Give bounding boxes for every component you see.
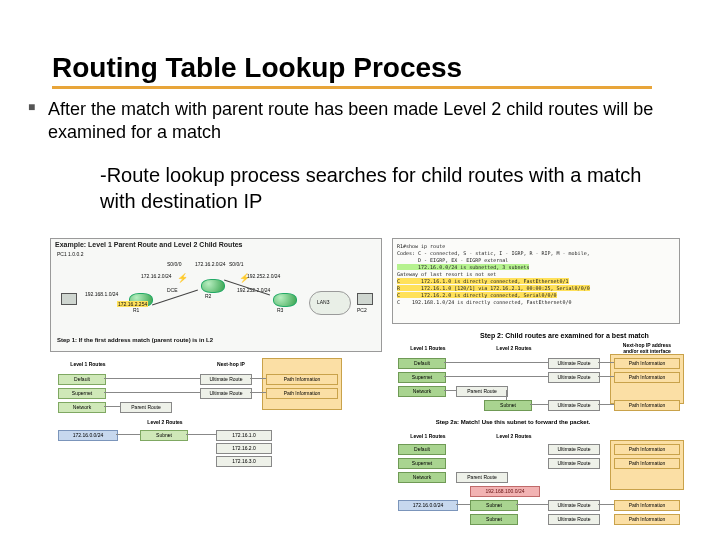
- ip4b-label: 192.252.2.0/24: [247, 273, 280, 279]
- connector: [186, 434, 216, 435]
- diagram-header: Example: Level 1 Parent Route and Level …: [55, 241, 377, 248]
- ptr-box: Path Information: [614, 372, 680, 383]
- level2-header: Level 2 Routes: [484, 344, 544, 353]
- cli-line: D - EIGRP, EX - EIGRP external: [397, 257, 508, 263]
- parent-box: Parent Route: [456, 472, 508, 483]
- ip1-label: 192.168.1.0/24: [85, 291, 118, 297]
- pc-icon: [357, 293, 373, 305]
- ultimate-box: Ultimate Route: [200, 374, 252, 385]
- cli-line: C 192.168.1.0/24 is directly connected, …: [397, 299, 572, 305]
- ip3-label: 172.16.2.0/24: [195, 261, 226, 267]
- supernet-box: Supernet: [398, 458, 446, 469]
- nexthop-header: Next-hop IP address and/or exit interfac…: [208, 360, 254, 369]
- step2-caption: Step 2: Child routes are examined for a …: [480, 332, 649, 339]
- ptr-box: Path Information: [614, 400, 680, 411]
- bullet-icon: ■: [28, 100, 35, 116]
- pc1-label: PC1 1.0.0.2: [57, 251, 83, 257]
- connector: [598, 404, 614, 405]
- router-icon: [273, 293, 297, 307]
- level1-header: Level 1 Routes: [398, 432, 458, 441]
- connector: [598, 504, 614, 505]
- r1-label: R1: [133, 307, 139, 313]
- connector: [116, 434, 140, 435]
- subnet-box: Subnet: [140, 430, 188, 441]
- level1-header: Level 1 Routes: [398, 344, 458, 353]
- ultimate-box: Ultimate Route: [548, 400, 600, 411]
- connector: [456, 504, 470, 505]
- pc-icon: [61, 293, 77, 305]
- connector: [444, 376, 548, 377]
- lan-label: LAN3: [317, 299, 330, 305]
- supernet-box: Supernet: [58, 388, 106, 399]
- connector: [104, 392, 200, 393]
- cli-parent-route: 172.16.0.0/24 is subnetted, 3 subnets: [397, 264, 529, 270]
- level2-header: Level 2 Routes: [140, 418, 190, 427]
- network-diagram: Example: Level 1 Parent Route and Level …: [50, 238, 382, 352]
- dce-label: DCE: [167, 287, 178, 293]
- router-icon: [201, 279, 225, 293]
- default-box: Default: [398, 444, 446, 455]
- connector: [516, 504, 548, 505]
- sub-bullet: -Route lookup process searches for child…: [100, 162, 660, 214]
- ultimate-box: Ultimate Route: [548, 358, 600, 369]
- ptr-box: Path Information: [266, 374, 338, 385]
- network-box: Network: [58, 402, 106, 413]
- sub1-box: 172.16.1.0: [216, 430, 272, 441]
- subnet-box: Subnet: [470, 514, 518, 525]
- ultimate-box: Ultimate Route: [548, 458, 600, 469]
- s00-label: S0/0/0: [167, 261, 181, 267]
- level2-header: Level 2 Routes: [484, 432, 544, 441]
- cli-child-route: R 172.16.1.0 [120/1] via 172.16.2.1, 00:…: [397, 285, 590, 291]
- sub3-box: 172.16.3.0: [216, 456, 272, 467]
- ptr-box: Path Information: [614, 500, 680, 511]
- slide: Routing Table Lookup Process ■ After the…: [0, 0, 720, 540]
- ptr-box: Path Information: [614, 358, 680, 369]
- s01-label: S0/0/1: [229, 261, 243, 267]
- network-box: Network: [398, 472, 446, 483]
- default-box: Default: [58, 374, 106, 385]
- cloud-icon: [309, 291, 351, 315]
- main-bullet: ■ After the match with parent route has …: [28, 98, 678, 145]
- connector: [598, 376, 614, 377]
- ptr-box: Path Information: [614, 444, 680, 455]
- step2a-caption: Step 2a: Match! Use this subnet to forwa…: [398, 418, 628, 427]
- connector: [530, 404, 548, 405]
- connector: [104, 378, 200, 379]
- ip2b-label: 172.16.2.254: [117, 301, 148, 307]
- ip2a-label: 172.16.2.0/24: [141, 273, 172, 279]
- network-box: Network: [398, 386, 446, 397]
- connector: [250, 378, 266, 379]
- cli-child-route: C 172.16.1.0 is directly connected, Fast…: [397, 278, 569, 284]
- subnet-box: Subnet: [470, 500, 518, 511]
- level1-header: Level 1 Routes: [58, 360, 118, 369]
- cli-output: R1#show ip route Codes: C - connected, S…: [392, 238, 680, 324]
- connector: [250, 392, 266, 393]
- connector: [104, 406, 120, 407]
- parent1-box: 172.16.0.0/24: [58, 430, 118, 441]
- step1-label: Step 1: If the first address match (pare…: [57, 337, 213, 343]
- subnet-box: Subnet: [484, 400, 532, 411]
- ultimate-box: Ultimate Route: [548, 372, 600, 383]
- bullet-text: After the match with parent route has be…: [48, 98, 678, 145]
- ultimate-box: Ultimate Route: [548, 500, 600, 511]
- supernet-box: Supernet: [398, 372, 446, 383]
- r3-label: R3: [277, 307, 283, 313]
- cli-line: Gateway of last resort is not set: [397, 271, 496, 277]
- default-box: Default: [398, 358, 446, 369]
- connector: [506, 390, 507, 400]
- cli-line: R1#show ip route: [397, 243, 445, 249]
- ptr-box: Path Information: [266, 388, 338, 399]
- cli-child-route: C 172.16.2.0 is directly connected, Seri…: [397, 292, 557, 298]
- connector: [444, 362, 548, 363]
- ultimate-box: Ultimate Route: [200, 388, 252, 399]
- pc2-label: PC2: [357, 307, 367, 313]
- connector: [598, 362, 614, 363]
- parent-box: Parent Route: [120, 402, 172, 413]
- bad-subnet-box: 192.168.100.0/24: [470, 486, 540, 497]
- ptr-box: Path Information: [614, 514, 680, 525]
- r2-label: R2: [205, 293, 211, 299]
- cli-line: Codes: C - connected, S - static, I - IG…: [397, 250, 590, 256]
- connector: [444, 390, 456, 391]
- ultimate-box: Ultimate Route: [548, 444, 600, 455]
- sub2-box: 172.16.2.0: [216, 443, 272, 454]
